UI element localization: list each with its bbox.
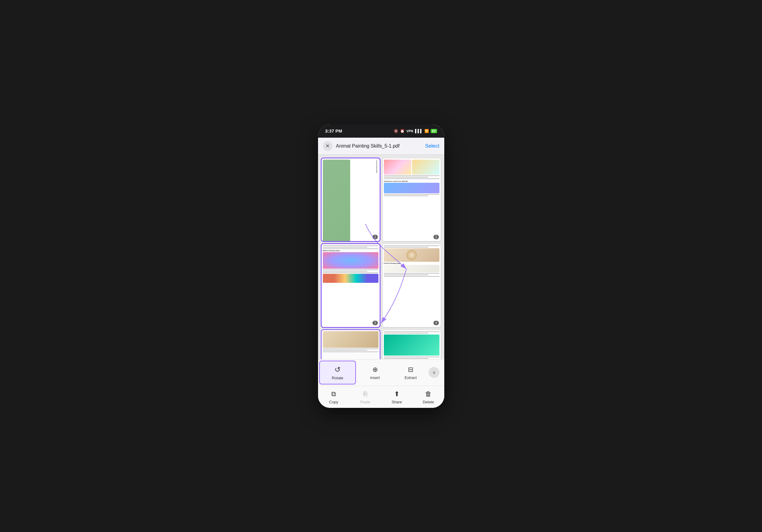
rotate-button[interactable]: ↺ Rotate: [319, 361, 356, 384]
alarm-icon: ⏰: [400, 129, 405, 133]
page-thumb-6[interactable]: [383, 330, 441, 359]
wifi-icon: 🛜: [424, 129, 429, 133]
insert-button[interactable]: ⊕ insert: [357, 359, 393, 386]
page4-sketches-image: [384, 265, 439, 272]
rotate-icon: ↺: [335, 365, 341, 374]
page-number-2: 2: [433, 235, 439, 239]
page-thumb-3[interactable]: Different Painting Styles 3: [322, 244, 380, 327]
pages-grid: Animal Painting Skills 1: [322, 158, 441, 359]
close-icon: ✕: [326, 143, 330, 149]
page4-title: Cute Pet Painting Steps: [384, 263, 439, 264]
page3-abstract-image: [323, 252, 378, 269]
insert-icon: ⊕: [372, 366, 378, 374]
extract-label: Extract: [405, 375, 417, 380]
bottom-toolbar: ↺ Rotate ⊕ insert ⊟ Extract ∨: [318, 359, 444, 408]
pdf-viewer[interactable]: Animal Painting Skills 1: [318, 155, 444, 359]
status-time: 3:37 PM: [325, 128, 343, 133]
page-thumb-2[interactable]: Animals are a part of our daily life 2: [383, 158, 441, 241]
vpn-label: VPN: [407, 129, 413, 133]
app-header: ✕ Animal Painting Skills_5-1.pdf Select: [318, 138, 444, 155]
status-icons: 🔇 ⏰ VPN ▌▌▌ 🛜 57: [394, 129, 437, 133]
delete-button[interactable]: 🗑 Delete: [413, 386, 444, 408]
close-button[interactable]: ✕: [323, 141, 333, 151]
page5-art-image: [323, 331, 378, 348]
copy-button[interactable]: ⧉ Copy: [318, 386, 349, 408]
page-thumb-4[interactable]: Cute Pet Painting Steps 4: [383, 244, 441, 327]
delete-icon: 🗑: [425, 390, 432, 398]
share-icon: ⬆: [394, 390, 400, 398]
share-button[interactable]: ⬆ Share: [381, 386, 413, 408]
phone-frame: 3:37 PM 🔇 ⏰ VPN ▌▌▌ 🛜 57 ✕ Animal Painti…: [318, 124, 444, 408]
toolbar-row-2: ⧉ Copy ⎘ Paste ⬆ Share 🗑 Delete: [318, 386, 444, 408]
paste-button[interactable]: ⎘ Paste: [349, 386, 381, 408]
paste-icon: ⎘: [363, 390, 367, 398]
page-number-1: 1: [372, 235, 378, 239]
extract-icon: ⊟: [408, 366, 413, 374]
page-number-3: 3: [372, 321, 378, 325]
delete-label: Delete: [422, 400, 434, 404]
paste-label: Paste: [360, 400, 370, 404]
page6-plant-image: [384, 335, 439, 355]
battery-icon: 57: [431, 129, 437, 133]
select-button[interactable]: Select: [425, 143, 439, 149]
page2-brushes-image: [412, 160, 439, 175]
extract-button[interactable]: ⊟ Extract: [393, 359, 429, 386]
copy-icon: ⧉: [331, 390, 336, 398]
page2-section-title: Animals are a part of our daily life: [384, 180, 439, 182]
page-number-4: 4: [433, 321, 439, 325]
signal-icon: ▌▌▌: [415, 129, 423, 133]
page1-flower-image: [323, 160, 350, 241]
document-title: Animal Painting Skills_5-1.pdf: [336, 143, 422, 149]
status-bar: 3:37 PM 🔇 ⏰ VPN ▌▌▌ 🛜 57: [318, 124, 444, 138]
page-thumb-1[interactable]: Animal Painting Skills 1: [322, 158, 380, 241]
page4-dog-image: [384, 248, 439, 262]
rotate-label: Rotate: [332, 376, 343, 380]
page3-paints-image: [323, 274, 378, 283]
page-thumb-5[interactable]: [322, 330, 380, 359]
chevron-down-icon: ∨: [432, 370, 435, 375]
share-label: Share: [392, 400, 402, 404]
mute-icon: 🔇: [394, 129, 398, 133]
page2-art-image: [384, 160, 411, 175]
copy-label: Copy: [329, 400, 338, 404]
page2-water-image: [384, 183, 439, 193]
expand-button[interactable]: ∨: [429, 367, 439, 378]
insert-label: insert: [370, 375, 380, 380]
page3-title: Different Painting Styles: [323, 250, 378, 252]
